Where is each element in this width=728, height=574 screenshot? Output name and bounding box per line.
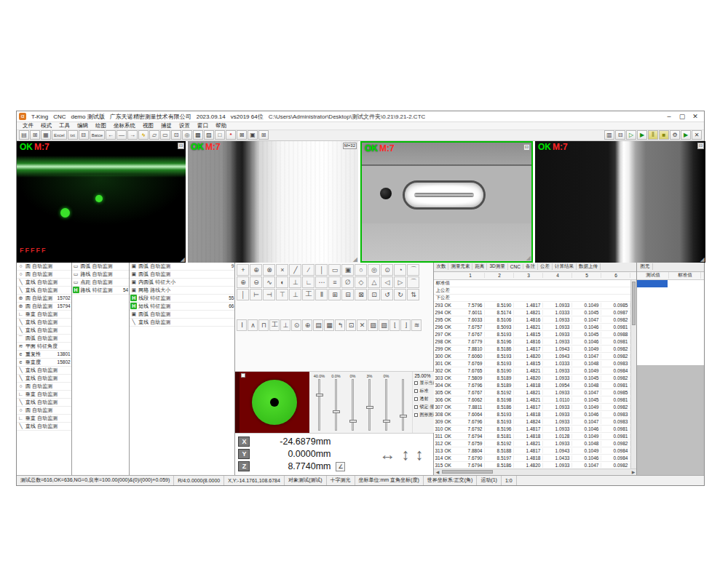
slider-thumb[interactable] <box>349 420 357 423</box>
table-tab[interactable]: 公差 <box>538 263 553 270</box>
table-row[interactable]: 313 OK 7.8804 8.5188 1.4817 1.0943 0.104… <box>434 447 630 455</box>
list-item[interactable]: ▣ 网格 路线大小 <box>130 287 234 295</box>
lightning-trigger-icon[interactable]: ϟ <box>138 130 149 140</box>
scrollbar-thumb[interactable] <box>442 470 493 474</box>
list-item[interactable]: ○ 圆 自动监测 <box>17 263 71 271</box>
construction-tool-icon[interactable]: Ⅰ <box>237 319 247 331</box>
list-item[interactable]: ╲ 直线 自助监测 <box>130 319 234 327</box>
play-aux-button[interactable]: ▶ <box>681 130 691 140</box>
stop-button[interactable]: ■ <box>659 130 669 140</box>
table-row[interactable]: 306 OK 7.6062 8.5198 1.4821 1.0110 0.104… <box>434 396 630 404</box>
construction-tool-icon[interactable]: ▧ <box>379 319 389 331</box>
geometry-tool-icon[interactable]: ▭ <box>328 264 341 276</box>
list-item[interactable]: ⊕ 圆 自助监测 15794 <box>17 303 71 311</box>
checkbox-icon[interactable] <box>414 405 418 409</box>
jog-horizontal-icon[interactable]: ↔ <box>379 445 395 464</box>
shape-icon[interactable]: ▱ <box>149 130 159 140</box>
table-row[interactable]: 295 OK 7.6033 8.5106 1.4816 1.0933 0.104… <box>434 316 630 324</box>
list-item[interactable]: ▭ 圆弧 自动监测 <box>72 263 130 271</box>
menu-item[interactable]: 视图 <box>139 122 157 129</box>
checkbox-icon[interactable] <box>414 397 418 401</box>
slider-track[interactable] <box>352 379 354 431</box>
angle-mode-button[interactable]: ∠ <box>336 462 345 471</box>
geometry-tool-icon[interactable]: ⊖ <box>250 276 262 288</box>
table-vertical-scrollbar[interactable] <box>630 280 636 469</box>
close-button[interactable]: ✕ <box>689 111 702 121</box>
table-row[interactable]: 303 OK 7.5809 8.5189 1.4820 1.0933 0.104… <box>434 375 630 382</box>
geometry-tool-icon[interactable]: ◐ <box>276 276 288 288</box>
light-slider[interactable]: 40.0% <box>312 374 325 431</box>
resize-grip-icon[interactable]: ◢ <box>353 256 357 263</box>
table-row[interactable]: 307 OK 7.8811 8.5186 1.4817 1.0933 0.104… <box>434 404 630 411</box>
ring-light-preview[interactable] <box>235 372 309 433</box>
jog-vertical-icon[interactable]: ↕ <box>415 445 423 464</box>
column-header[interactable]: 5 <box>572 273 601 278</box>
geometry-tool-icon[interactable]: ⊣ <box>263 289 275 300</box>
list-item[interactable]: ⌒ 圆弧 自动监测 <box>17 335 71 343</box>
construction-tool-icon[interactable]: ↰ <box>335 319 345 331</box>
table-horizontal-scrollbar[interactable]: ◀ ▶ <box>434 469 636 475</box>
geometry-tool-icon[interactable]: + <box>237 264 249 276</box>
light-slider[interactable]: 0.0% <box>329 374 342 431</box>
construction-tool-icon[interactable]: ⌋ <box>400 319 411 331</box>
settings-gear-icon[interactable]: ⚙ <box>670 130 680 140</box>
redo-icon[interactable]: → <box>127 130 138 140</box>
list-item[interactable]: ╲ 直线 自动监测 <box>17 399 71 407</box>
geometry-tool-icon[interactable]: ⌒ <box>407 276 419 288</box>
table-tab[interactable]: 计算结果 <box>553 263 577 270</box>
construction-tool-icon[interactable]: ✕ <box>357 319 367 331</box>
list-item[interactable]: ▭ 点距 自动监测 <box>72 279 130 287</box>
list-item[interactable]: H 路线 特征监测 54 <box>72 287 130 295</box>
table-row[interactable]: 315 OK 7.6794 8.5186 1.4820 1.0933 0.104… <box>434 462 630 469</box>
list-item[interactable]: ≋ 平面 特征角度 <box>17 343 71 351</box>
column-header[interactable]: 6 <box>601 273 630 278</box>
slider-thumb[interactable] <box>383 420 390 423</box>
construction-tool-icon[interactable]: ⊕ <box>302 319 312 331</box>
table-row[interactable]: 304 OK 7.6796 8.5189 1.4818 1.0954 0.104… <box>434 382 630 389</box>
construction-tool-icon[interactable]: ▦ <box>324 319 334 331</box>
camera-view-2[interactable]: OKM:7 M=32 ◢ <box>188 141 358 263</box>
cam4-window-icon[interactable]: ⊡ <box>697 143 704 149</box>
element-panel-tab[interactable]: 图元 <box>637 263 653 270</box>
geometry-tool-icon[interactable]: ⊙ <box>381 264 393 276</box>
list-item[interactable]: ○ 圆 自动监测 <box>17 407 71 415</box>
checkbox-icon[interactable] <box>414 413 418 417</box>
table-row[interactable]: 314 OK 7.6790 8.5197 1.4818 1.0433 0.104… <box>434 455 630 462</box>
scroll-right-icon[interactable]: ▶ <box>630 469 636 474</box>
rect-measure-icon[interactable]: ▭ <box>160 130 170 140</box>
layout-icon[interactable]: ▥ <box>604 130 614 140</box>
table-row[interactable]: 298 OK 7.6779 8.5196 1.4816 1.0933 0.104… <box>434 338 630 346</box>
construction-tool-icon[interactable]: ≋ <box>411 319 422 331</box>
run-all-button[interactable]: ▶ <box>637 130 647 140</box>
table-row[interactable]: 293 OK 7.5796 8.5190 1.4817 1.0933 0.104… <box>434 302 630 309</box>
column-header[interactable]: 1 <box>456 273 485 278</box>
tolerance-row[interactable]: 下公差 <box>434 295 630 302</box>
list-item[interactable]: ○ 圆 自动监测 <box>17 383 71 391</box>
list-item[interactable]: ▣ 圆弧 自动监测 <box>130 311 234 319</box>
txt-export-button[interactable]: txt <box>68 130 78 140</box>
list-item[interactable]: ▣ 圆弧 自动监测 <box>130 271 234 279</box>
table-row[interactable]: 312 OK 7.6759 8.5192 1.4821 1.0933 0.104… <box>434 440 630 447</box>
geometry-tool-icon[interactable]: Ⅱ <box>315 289 328 300</box>
menu-item[interactable]: 文件 <box>19 122 37 129</box>
camera-view-1[interactable]: OKM:7 ⊡ FFFFF ◢ <box>17 141 186 263</box>
geometry-tool-icon[interactable]: ≡ <box>328 276 341 288</box>
light-checkbox[interactable] <box>241 373 245 378</box>
undo-icon[interactable]: ← <box>106 130 116 140</box>
slider-thumb[interactable] <box>333 410 340 413</box>
light-ring-indicator[interactable] <box>252 380 297 425</box>
geometry-tool-icon[interactable]: ▷ <box>394 276 406 288</box>
tolerance-row[interactable]: 上公差 <box>434 287 630 295</box>
table-row[interactable]: 308 OK 7.6064 8.5193 1.4818 1.0933 0.104… <box>434 411 630 418</box>
slider-track[interactable] <box>368 379 371 431</box>
geometry-tool-icon[interactable]: ⊕ <box>250 264 262 276</box>
menu-item[interactable]: 模式 <box>37 122 55 129</box>
geometry-tool-icon[interactable]: ∟ <box>302 276 314 288</box>
checkbox-icon[interactable] <box>414 381 418 385</box>
geometry-tool-icon[interactable]: 工 <box>302 289 314 300</box>
menu-item[interactable]: 捕捉 <box>157 122 175 129</box>
menu-item[interactable]: 设置 <box>175 122 194 129</box>
geometry-tool-icon[interactable]: × <box>276 264 288 276</box>
cam1-window-icon[interactable]: ⊡ <box>178 143 184 149</box>
construction-tool-icon[interactable]: ⊡ <box>346 319 356 331</box>
